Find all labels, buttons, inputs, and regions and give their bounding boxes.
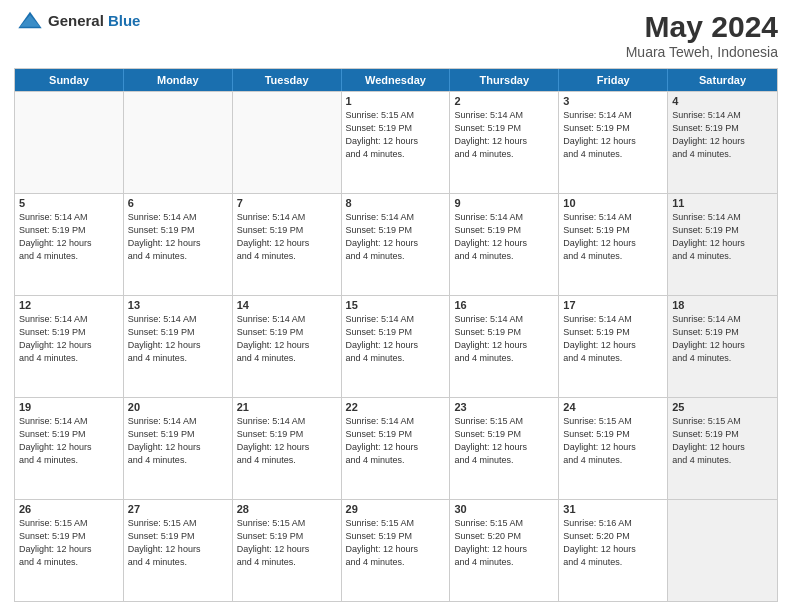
day-number: 26: [19, 503, 119, 515]
calendar-header-row: SundayMondayTuesdayWednesdayThursdayFrid…: [15, 69, 777, 91]
day-cell-20: 20Sunrise: 5:14 AMSunset: 5:19 PMDayligh…: [124, 398, 233, 499]
day-number: 22: [346, 401, 446, 413]
day-cell-9: 9Sunrise: 5:14 AMSunset: 5:19 PMDaylight…: [450, 194, 559, 295]
cell-info: Sunrise: 5:14 AMSunset: 5:19 PMDaylight:…: [237, 415, 337, 467]
day-cell-23: 23Sunrise: 5:15 AMSunset: 5:19 PMDayligh…: [450, 398, 559, 499]
cell-info: Sunrise: 5:14 AMSunset: 5:19 PMDaylight:…: [128, 211, 228, 263]
cell-info: Sunrise: 5:14 AMSunset: 5:19 PMDaylight:…: [346, 211, 446, 263]
empty-cell: [233, 92, 342, 193]
day-cell-30: 30Sunrise: 5:15 AMSunset: 5:20 PMDayligh…: [450, 500, 559, 601]
day-cell-16: 16Sunrise: 5:14 AMSunset: 5:19 PMDayligh…: [450, 296, 559, 397]
day-number: 13: [128, 299, 228, 311]
day-cell-26: 26Sunrise: 5:15 AMSunset: 5:19 PMDayligh…: [15, 500, 124, 601]
cell-info: Sunrise: 5:14 AMSunset: 5:19 PMDaylight:…: [237, 211, 337, 263]
cell-info: Sunrise: 5:14 AMSunset: 5:19 PMDaylight:…: [19, 415, 119, 467]
calendar-body: 1Sunrise: 5:15 AMSunset: 5:19 PMDaylight…: [15, 91, 777, 601]
empty-cell: [668, 500, 777, 601]
header: GeneralBlue May 2024 Muara Teweh, Indone…: [14, 10, 778, 60]
cell-info: Sunrise: 5:14 AMSunset: 5:19 PMDaylight:…: [454, 109, 554, 161]
day-cell-8: 8Sunrise: 5:14 AMSunset: 5:19 PMDaylight…: [342, 194, 451, 295]
header-day-thursday: Thursday: [450, 69, 559, 91]
cell-info: Sunrise: 5:14 AMSunset: 5:19 PMDaylight:…: [563, 109, 663, 161]
day-number: 11: [672, 197, 773, 209]
logo-blue: Blue: [108, 12, 141, 29]
svg-marker-1: [20, 15, 40, 27]
cell-info: Sunrise: 5:15 AMSunset: 5:19 PMDaylight:…: [237, 517, 337, 569]
cell-info: Sunrise: 5:15 AMSunset: 5:19 PMDaylight:…: [563, 415, 663, 467]
cell-info: Sunrise: 5:14 AMSunset: 5:19 PMDaylight:…: [454, 313, 554, 365]
day-cell-19: 19Sunrise: 5:14 AMSunset: 5:19 PMDayligh…: [15, 398, 124, 499]
empty-cell: [124, 92, 233, 193]
day-number: 1: [346, 95, 446, 107]
day-cell-13: 13Sunrise: 5:14 AMSunset: 5:19 PMDayligh…: [124, 296, 233, 397]
header-day-monday: Monday: [124, 69, 233, 91]
cell-info: Sunrise: 5:14 AMSunset: 5:19 PMDaylight:…: [672, 109, 773, 161]
day-number: 20: [128, 401, 228, 413]
cell-info: Sunrise: 5:14 AMSunset: 5:19 PMDaylight:…: [19, 313, 119, 365]
calendar-subtitle: Muara Teweh, Indonesia: [626, 44, 778, 60]
cell-info: Sunrise: 5:14 AMSunset: 5:19 PMDaylight:…: [563, 211, 663, 263]
week-row-3: 12Sunrise: 5:14 AMSunset: 5:19 PMDayligh…: [15, 295, 777, 397]
cell-info: Sunrise: 5:15 AMSunset: 5:19 PMDaylight:…: [346, 109, 446, 161]
cell-info: Sunrise: 5:14 AMSunset: 5:19 PMDaylight:…: [19, 211, 119, 263]
day-number: 7: [237, 197, 337, 209]
header-day-tuesday: Tuesday: [233, 69, 342, 91]
header-day-friday: Friday: [559, 69, 668, 91]
day-cell-5: 5Sunrise: 5:14 AMSunset: 5:19 PMDaylight…: [15, 194, 124, 295]
day-number: 2: [454, 95, 554, 107]
day-cell-22: 22Sunrise: 5:14 AMSunset: 5:19 PMDayligh…: [342, 398, 451, 499]
day-number: 24: [563, 401, 663, 413]
cell-info: Sunrise: 5:14 AMSunset: 5:19 PMDaylight:…: [128, 415, 228, 467]
day-number: 28: [237, 503, 337, 515]
day-number: 6: [128, 197, 228, 209]
day-number: 30: [454, 503, 554, 515]
day-number: 5: [19, 197, 119, 209]
header-day-saturday: Saturday: [668, 69, 777, 91]
day-number: 12: [19, 299, 119, 311]
page: GeneralBlue May 2024 Muara Teweh, Indone…: [0, 0, 792, 612]
cell-info: Sunrise: 5:14 AMSunset: 5:19 PMDaylight:…: [563, 313, 663, 365]
day-number: 31: [563, 503, 663, 515]
day-cell-3: 3Sunrise: 5:14 AMSunset: 5:19 PMDaylight…: [559, 92, 668, 193]
day-number: 18: [672, 299, 773, 311]
cell-info: Sunrise: 5:14 AMSunset: 5:19 PMDaylight:…: [346, 313, 446, 365]
day-number: 8: [346, 197, 446, 209]
day-cell-7: 7Sunrise: 5:14 AMSunset: 5:19 PMDaylight…: [233, 194, 342, 295]
day-number: 27: [128, 503, 228, 515]
day-cell-12: 12Sunrise: 5:14 AMSunset: 5:19 PMDayligh…: [15, 296, 124, 397]
cell-info: Sunrise: 5:14 AMSunset: 5:19 PMDaylight:…: [346, 415, 446, 467]
day-cell-31: 31Sunrise: 5:16 AMSunset: 5:20 PMDayligh…: [559, 500, 668, 601]
day-number: 25: [672, 401, 773, 413]
day-cell-25: 25Sunrise: 5:15 AMSunset: 5:19 PMDayligh…: [668, 398, 777, 499]
day-number: 19: [19, 401, 119, 413]
day-cell-14: 14Sunrise: 5:14 AMSunset: 5:19 PMDayligh…: [233, 296, 342, 397]
header-day-sunday: Sunday: [15, 69, 124, 91]
cell-info: Sunrise: 5:14 AMSunset: 5:19 PMDaylight:…: [454, 211, 554, 263]
day-cell-2: 2Sunrise: 5:14 AMSunset: 5:19 PMDaylight…: [450, 92, 559, 193]
week-row-2: 5Sunrise: 5:14 AMSunset: 5:19 PMDaylight…: [15, 193, 777, 295]
day-cell-15: 15Sunrise: 5:14 AMSunset: 5:19 PMDayligh…: [342, 296, 451, 397]
cell-info: Sunrise: 5:15 AMSunset: 5:20 PMDaylight:…: [454, 517, 554, 569]
day-cell-18: 18Sunrise: 5:14 AMSunset: 5:19 PMDayligh…: [668, 296, 777, 397]
header-day-wednesday: Wednesday: [342, 69, 451, 91]
day-number: 15: [346, 299, 446, 311]
day-cell-10: 10Sunrise: 5:14 AMSunset: 5:19 PMDayligh…: [559, 194, 668, 295]
cell-info: Sunrise: 5:16 AMSunset: 5:20 PMDaylight:…: [563, 517, 663, 569]
day-cell-4: 4Sunrise: 5:14 AMSunset: 5:19 PMDaylight…: [668, 92, 777, 193]
title-block: May 2024 Muara Teweh, Indonesia: [626, 10, 778, 60]
week-row-4: 19Sunrise: 5:14 AMSunset: 5:19 PMDayligh…: [15, 397, 777, 499]
calendar-title: May 2024: [626, 10, 778, 44]
day-number: 16: [454, 299, 554, 311]
day-cell-28: 28Sunrise: 5:15 AMSunset: 5:19 PMDayligh…: [233, 500, 342, 601]
day-cell-1: 1Sunrise: 5:15 AMSunset: 5:19 PMDaylight…: [342, 92, 451, 193]
day-number: 4: [672, 95, 773, 107]
logo: GeneralBlue: [14, 10, 140, 30]
day-cell-17: 17Sunrise: 5:14 AMSunset: 5:19 PMDayligh…: [559, 296, 668, 397]
day-cell-29: 29Sunrise: 5:15 AMSunset: 5:19 PMDayligh…: [342, 500, 451, 601]
cell-info: Sunrise: 5:15 AMSunset: 5:19 PMDaylight:…: [19, 517, 119, 569]
day-cell-24: 24Sunrise: 5:15 AMSunset: 5:19 PMDayligh…: [559, 398, 668, 499]
logo-general: General: [48, 12, 104, 29]
logo-icon: [16, 10, 44, 30]
day-number: 10: [563, 197, 663, 209]
day-cell-21: 21Sunrise: 5:14 AMSunset: 5:19 PMDayligh…: [233, 398, 342, 499]
